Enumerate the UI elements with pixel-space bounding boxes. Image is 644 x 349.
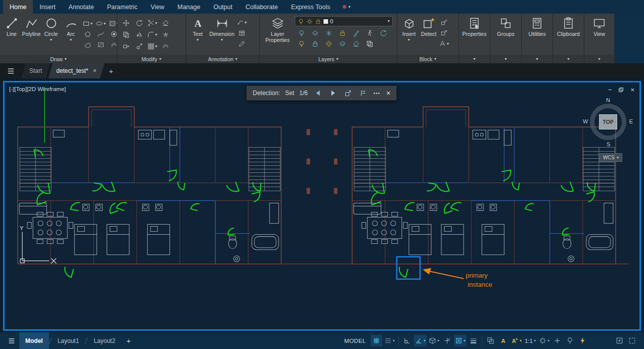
ribbon-tab-view[interactable]: View [144, 0, 171, 14]
close-detection-button[interactable]: × [386, 89, 390, 97]
model-viewport[interactable]: Y primary instance [-][Top][2D Wireframe… [3, 81, 641, 331]
layer-off-button[interactable] [295, 28, 308, 38]
zoom-to-instance-button[interactable] [343, 88, 353, 98]
viewport-controls-label[interactable]: [-][Top][2D Wireframe] [9, 86, 66, 92]
properties-panel-label[interactable]: ▾ [459, 55, 490, 63]
block-panel-label[interactable]: Block▾ [397, 55, 458, 63]
define-attributes-button[interactable]: ▾ [439, 38, 449, 49]
layer-merge-button[interactable] [336, 38, 349, 49]
text-button[interactable]: Text ▾ [188, 15, 207, 54]
insert-block-button[interactable]: Insert ▾ [399, 15, 419, 54]
markup-button[interactable] [237, 38, 247, 49]
viewcube-north[interactable]: N [606, 97, 610, 103]
wcs-selector[interactable]: WCS ▾ [600, 153, 622, 162]
layer-previous-button[interactable] [377, 28, 390, 38]
layout-menu-button[interactable] [4, 337, 19, 345]
move-button[interactable] [119, 17, 132, 29]
detect-button[interactable]: Detect [419, 15, 438, 54]
clean-screen-button[interactable] [614, 335, 625, 346]
utilities-panel-label[interactable]: ▾ [522, 55, 553, 63]
groups-button[interactable]: Groups [492, 15, 520, 54]
layer-thaw-button[interactable] [322, 38, 336, 49]
layer-delete-button[interactable] [349, 38, 363, 49]
polygon-tool-button[interactable] [81, 29, 94, 39]
customization-button[interactable]: ▾ [538, 335, 550, 346]
layer-dropdown[interactable]: 0 ▾ [295, 16, 393, 26]
circle-button[interactable]: Circle ▾ [41, 15, 61, 54]
lineweight-toggle[interactable] [468, 335, 479, 346]
copy-button[interactable] [119, 29, 132, 40]
file-tabs-menu-button[interactable] [0, 63, 21, 78]
grid-toggle[interactable] [371, 335, 382, 346]
snap-toggle[interactable]: ▾ [383, 335, 396, 346]
add-status-item-button[interactable] [551, 335, 563, 346]
object-snap-toggle[interactable]: ▾ [454, 335, 467, 346]
viewcube-south[interactable]: S [607, 141, 610, 147]
modify-panel-label[interactable]: Modify▾ [117, 55, 186, 63]
file-tab-start[interactable]: Start [21, 63, 50, 78]
clipboard-button[interactable]: Clipboard [555, 15, 583, 54]
more-options-button[interactable]: ••• [374, 91, 381, 96]
minimize-icon[interactable]: − [608, 86, 612, 94]
spline-tool-button[interactable] [94, 29, 107, 39]
layers-panel-label[interactable]: Layers▾ [260, 55, 397, 63]
primary-instance-highlight[interactable] [397, 257, 420, 279]
layout2-tab[interactable]: Layout2 [87, 332, 121, 349]
viewcube-top-face[interactable]: TOP [599, 114, 617, 129]
utilities-button[interactable]: Utilities [523, 15, 551, 54]
layer-isolate-button[interactable] [308, 28, 322, 38]
dimension-button[interactable]: Dimension ▾ [208, 15, 236, 54]
multileader-button[interactable]: ▾ [237, 17, 247, 28]
ribbon-tab-manage[interactable]: Manage [171, 0, 207, 14]
ribbon-tab-output[interactable]: Output [207, 0, 239, 14]
view-button[interactable]: View [586, 15, 613, 54]
layer-walk-button[interactable] [363, 28, 377, 38]
viewcube[interactable]: N W E S TOP [585, 99, 631, 145]
ribbon-tab-collaborate[interactable]: Collaborate [239, 0, 285, 14]
layout1-tab[interactable]: Layout1 [52, 332, 85, 349]
stretch-button[interactable] [119, 40, 132, 52]
wipeout-button[interactable] [94, 39, 107, 50]
new-drawing-button[interactable]: + [103, 63, 120, 78]
file-tab-document[interactable]: detect_test* × [48, 63, 104, 78]
annotation-visibility-toggle[interactable] [497, 335, 509, 346]
viewcube-west[interactable]: W [583, 118, 588, 124]
clipboard-panel-label[interactable]: ▾ [553, 55, 584, 63]
offset-button[interactable] [159, 40, 172, 52]
layer-lock-button[interactable] [336, 28, 349, 38]
hardware-acceleration-button[interactable] [577, 335, 588, 346]
rotate-button[interactable] [132, 17, 146, 29]
groups-panel-label[interactable]: ▾ [490, 55, 521, 63]
arc-button[interactable]: Arc ▾ [61, 15, 80, 54]
polyline-button[interactable]: Polyline [22, 15, 41, 54]
restore-icon[interactable] [618, 87, 624, 93]
isolate-objects-button[interactable] [564, 335, 576, 346]
block-editor-button[interactable] [439, 17, 449, 28]
drawing-canvas[interactable]: Y primary instance [5, 82, 639, 329]
ellipse-tool-button[interactable]: ▾ [94, 18, 107, 29]
annotation-scale-button[interactable]: 1:1▾ [524, 335, 537, 346]
view-panel-label[interactable]: ▾ [584, 55, 614, 63]
close-icon[interactable]: × [630, 86, 634, 94]
layer-unlock-button[interactable] [308, 38, 322, 49]
write-block-button[interactable] [439, 28, 449, 38]
new-layout-button[interactable]: + [121, 336, 136, 345]
fillet-button[interactable]: ▾ [146, 29, 159, 40]
erase-button[interactable] [159, 17, 172, 29]
draw-panel-label[interactable]: Draw▾ [0, 55, 117, 63]
ribbon-tab-annotate[interactable]: Annotate [62, 0, 101, 14]
object-snap-tracking-toggle[interactable] [441, 335, 453, 346]
trim-button[interactable]: ▾ [146, 17, 159, 29]
selection-cycling-toggle[interactable] [485, 335, 496, 346]
viewcube-east[interactable]: E [629, 118, 633, 124]
close-tab-icon[interactable]: × [93, 67, 97, 74]
ortho-toggle[interactable] [401, 335, 413, 346]
annotation-panel-label[interactable]: Annotation▾ [186, 55, 259, 63]
revision-cloud-button[interactable] [81, 39, 94, 50]
fullscreen-button[interactable] [626, 335, 638, 346]
array-button[interactable]: ▾ [146, 40, 159, 52]
previous-instance-button[interactable] [313, 88, 323, 98]
mirror-button[interactable] [132, 29, 146, 40]
rectangle-tool-button[interactable]: ▾ [81, 18, 94, 29]
line-button[interactable]: Line [2, 15, 21, 54]
